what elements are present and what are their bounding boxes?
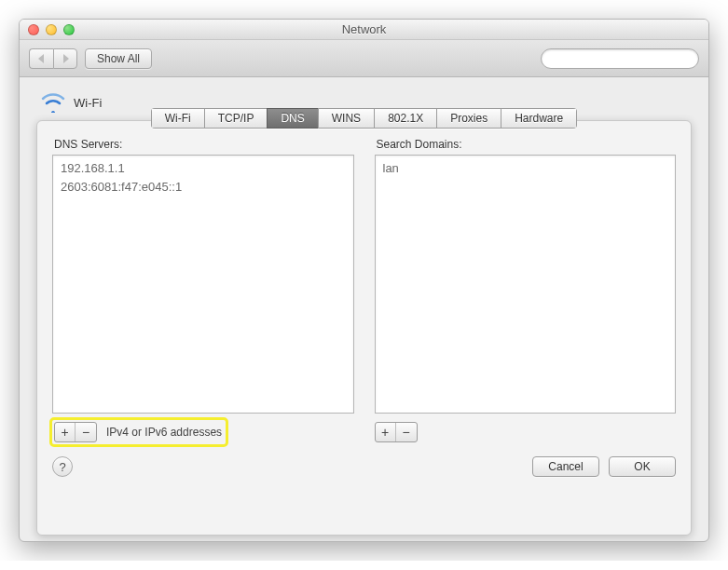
search-domains-plusminus: + − (375, 422, 418, 442)
dns-columns: DNS Servers: 192.168.1.12603:6081:f47:e0… (52, 138, 676, 445)
dns-plusminus-highlight: + − IPv4 or IPv6 addresses (52, 420, 226, 444)
ok-button[interactable]: OK (609, 456, 676, 477)
forward-button[interactable] (53, 48, 77, 69)
tab-proxies[interactable]: Proxies (436, 108, 501, 129)
show-all-button[interactable]: Show All (85, 48, 152, 69)
dns-servers-remove-button[interactable]: − (76, 423, 96, 441)
search-domains-remove-button[interactable]: − (396, 423, 417, 441)
network-window: Network Show All Wi-Fi (19, 19, 709, 542)
dns-servers-add-button[interactable]: + (55, 423, 76, 441)
search-domains-label: Search Domains: (377, 138, 677, 151)
sheet-footer: ? Cancel OK (52, 456, 676, 477)
tab-wi-fi[interactable]: Wi-Fi (151, 108, 204, 129)
nav-segment (29, 48, 77, 69)
back-button[interactable] (29, 48, 53, 69)
tab-802-1x[interactable]: 802.1X (374, 108, 436, 129)
advanced-sheet: Wi-FiTCP/IPDNSWINS802.1XProxiesHardware … (36, 120, 692, 536)
search-domains-list[interactable]: lan (375, 155, 677, 414)
search-domains-add-button[interactable]: + (376, 423, 396, 441)
search-input[interactable] (551, 51, 694, 66)
toolbar: Show All (20, 40, 708, 77)
tab-wins[interactable]: WINS (318, 108, 374, 129)
help-button[interactable]: ? (52, 456, 73, 477)
dns-servers-plusminus: + − (54, 422, 97, 442)
search-field-container (541, 48, 699, 69)
tab-dns[interactable]: DNS (267, 108, 317, 129)
tab-hardware[interactable]: Hardware (501, 108, 577, 129)
titlebar: Network (20, 20, 708, 40)
dns-servers-column: DNS Servers: 192.168.1.12603:6081:f47:e0… (52, 138, 354, 445)
window-body: Wi-Fi Wi-FiTCP/IPDNSWINS802.1XProxiesHar… (20, 77, 708, 541)
dns-servers-label: DNS Servers: (54, 138, 354, 151)
tab-strip: Wi-FiTCP/IPDNSWINS802.1XProxiesHardware (52, 108, 676, 129)
window-title: Network (20, 22, 708, 36)
dns-ip-hint: IPv4 or IPv6 addresses (106, 426, 222, 439)
search-domain-item[interactable]: lan (383, 159, 668, 178)
dns-server-item[interactable]: 2603:6081:f47:e045::1 (61, 178, 346, 197)
dns-servers-list[interactable]: 192.168.1.12603:6081:f47:e045::1 (52, 155, 354, 414)
tab-tcp-ip[interactable]: TCP/IP (204, 108, 268, 129)
cancel-button[interactable]: Cancel (532, 456, 599, 477)
dns-server-item[interactable]: 192.168.1.1 (61, 159, 346, 178)
search-domains-column: Search Domains: lan + − (375, 138, 677, 445)
